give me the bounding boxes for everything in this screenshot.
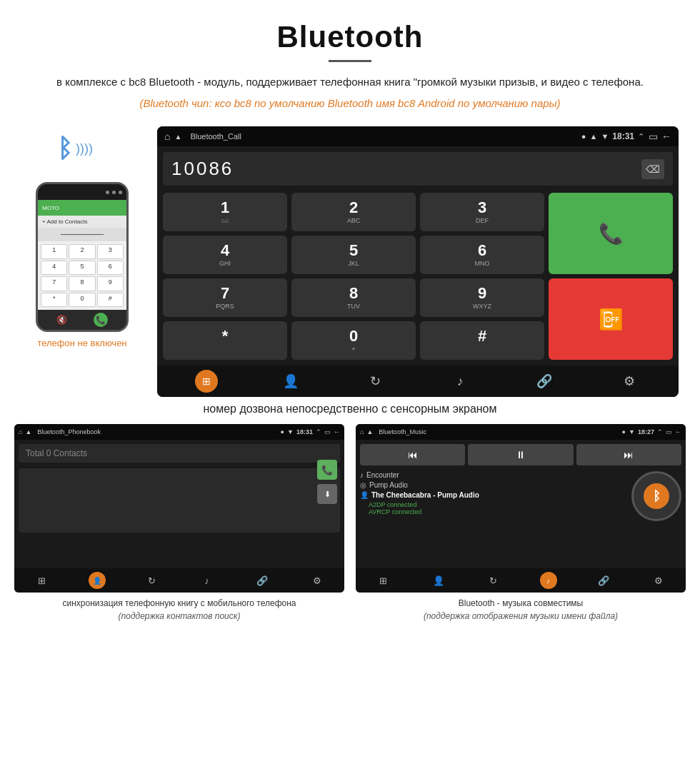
music-transport-controls: ⏮ ⏸ ⏭ <box>360 444 681 465</box>
pb-nav-music[interactable]: ♪ <box>199 572 216 589</box>
mu-nav-refresh[interactable]: ↻ <box>485 572 502 589</box>
pb-caption2: (поддержка контактов поиск) <box>119 611 241 621</box>
dialpad-statusbar: ⌂ ▲ Bluetooth_Call ● ▲ ▼ 18:31 ⌃ ▭ ← <box>157 126 679 146</box>
pb-caption1: синхронизация телефонную книгу с мобильн… <box>63 598 296 608</box>
pb-nav-contacts[interactable]: 👤 <box>89 572 106 589</box>
key-5[interactable]: 5 JKL <box>291 236 416 274</box>
phone-mockup: MOTO + Add to Contacts —————— 1 2 3 4 5 … <box>36 182 129 332</box>
mu-nav-settings[interactable]: ⚙ <box>650 572 667 589</box>
pb-nav-grid[interactable]: ⊞ <box>34 572 51 589</box>
nav-link-btn[interactable]: 🔗 <box>533 370 556 393</box>
phone-call-btn[interactable]: 📞 <box>94 313 108 327</box>
expand-icon: ⌃ <box>638 132 644 141</box>
red-call-button[interactable]: 📴 <box>549 278 673 360</box>
key-6[interactable]: 6 MNO <box>420 236 544 274</box>
nav-settings-btn[interactable]: ⚙ <box>618 370 641 393</box>
phone-key-4: 4 <box>41 261 67 276</box>
phone-key-6: 6 <box>97 261 124 276</box>
music-track-info: ♪ Encounter ◎ Pump Audio 👤 The Cheebacab… <box>360 471 681 521</box>
pb-nav-settings[interactable]: ⚙ <box>309 572 326 589</box>
mu-caption1: Bluetooth - музыка совместимы <box>459 598 583 608</box>
nav-dialer-btn[interactable]: ↻ <box>364 370 387 393</box>
key-7[interactable]: 7 PQRS <box>163 278 287 317</box>
android-screen-dialpad: ⌂ ▲ Bluetooth_Call ● ▲ ▼ 18:31 ⌃ ▭ ← <box>157 126 679 397</box>
phone-key-0: 0 <box>69 293 95 308</box>
pb-download-btn[interactable]: ⬇ <box>317 484 337 504</box>
phone-key-9: 9 <box>97 276 124 291</box>
phone-key-2: 2 <box>69 244 95 259</box>
music-caption: Bluetooth - музыка совместимы (поддержка… <box>356 597 686 623</box>
phone-add-contact: + Add to Contacts <box>38 216 126 228</box>
header-desc2: (Bluetooth чип: ксо bc8 по умолчанию Blu… <box>29 95 671 112</box>
bt-status-icon: ● <box>581 132 586 141</box>
phone-green-bar: MOTO <box>38 200 126 216</box>
phone-dialpad: 1 2 3 4 5 6 7 8 9 * 0 # <box>38 241 126 310</box>
status-right-icons: ● ▲ ▼ 18:31 ⌃ <box>581 131 644 141</box>
bluetooth-symbol: ᛒ <box>57 133 73 163</box>
key-2[interactable]: 2 ABC <box>291 193 416 231</box>
avrcp-status: AVRCP connected <box>360 508 626 515</box>
nav-window-icon: ▭ <box>649 131 658 142</box>
backspace-button[interactable]: ⌫ <box>641 159 664 179</box>
green-call-button[interactable]: 📞 <box>549 193 673 274</box>
mu-expand-icon: ⌃ <box>657 428 663 435</box>
key-hash[interactable]: # <box>420 321 544 360</box>
mu-nav-contacts[interactable]: 👤 <box>430 572 447 589</box>
mu-nav-music[interactable]: ♪ <box>540 572 557 589</box>
phonebook-statusbar: ⌂ ▲ Bluetooth_Phonebook ● ▼ 18:31 ⌃ ▭ ← <box>14 424 344 440</box>
pb-call-btn[interactable]: 📞 <box>317 460 337 480</box>
phonebook-screen: ⌂ ▲ Bluetooth_Phonebook ● ▼ 18:31 ⌃ ▭ ← … <box>14 424 344 593</box>
next-track-btn[interactable]: ⏭ <box>576 444 681 465</box>
key-8[interactable]: 8 TUV <box>291 278 416 317</box>
dialpad-content: 10086 ⌫ 1 ⌂⌂ 2 ABC 3 DEF <box>157 146 679 366</box>
phonebook-content: Total 0 Contacts 📞 ⬇ <box>14 440 344 568</box>
pb-expand-icon: ⌃ <box>316 428 321 435</box>
phonebook-caption: синхронизация телефонную книгу с мобильн… <box>14 597 344 623</box>
key-4[interactable]: 4 GHI <box>163 236 287 274</box>
pb-nav-refresh[interactable]: ↻ <box>144 572 161 589</box>
mu-nav-grid[interactable]: ⊞ <box>375 572 392 589</box>
nav-grid-btn[interactable]: ⊞ <box>195 370 218 393</box>
middle-caption: номер дозвона непосредственно с сенсорны… <box>0 403 700 415</box>
contacts-search-bar[interactable]: Total 0 Contacts <box>19 444 340 463</box>
bottom-section: ⌂ ▲ Bluetooth_Phonebook ● ▼ 18:31 ⌃ ▭ ← … <box>0 424 700 637</box>
key-star[interactable]: * <box>163 321 287 360</box>
main-screen-area: ⌂ ▲ Bluetooth_Call ● ▲ ▼ 18:31 ⌃ ▭ ← <box>157 126 679 397</box>
person-icon: 👤 <box>360 491 369 499</box>
track-3-row: 👤 The Cheebacabra - Pump Audio <box>360 491 626 499</box>
phone-key-7: 7 <box>41 276 67 291</box>
wifi-icon: ▲ <box>590 132 598 141</box>
nav-music-btn[interactable]: ♪ <box>449 370 471 393</box>
phone-key-5: 5 <box>69 261 95 276</box>
pb-time: 18:31 <box>296 428 313 435</box>
signal-waves-icon: )))) <box>76 141 93 156</box>
phone-key-star: * <box>41 293 67 308</box>
key-9[interactable]: 9 WXYZ <box>420 278 544 317</box>
track-2-title: Pump Audio <box>369 481 408 489</box>
music-statusbar: ⌂ ▲ Bluetooth_Music ● ▼ 18:27 ⌃ ▭ ← <box>356 424 686 440</box>
phone-dot-2 <box>112 191 116 194</box>
pb-signal-icon: ▲ <box>25 428 31 435</box>
key-3[interactable]: 3 DEF <box>420 193 544 231</box>
red-call-icon: 📴 <box>599 308 624 331</box>
phone-mute-icon: 🔇 <box>56 315 67 325</box>
pb-back-icon: ← <box>334 428 340 435</box>
vinyl-disc: ᛒ <box>631 471 681 521</box>
mu-home-icon: ⌂ <box>360 428 364 435</box>
mu-nav-link[interactable]: 🔗 <box>595 572 612 589</box>
page-title: Bluetooth <box>29 20 671 54</box>
header-desc1: в комплексе с bc8 Bluetooth - модуль, по… <box>43 74 657 91</box>
nav-contacts-btn[interactable]: 👤 <box>279 370 302 393</box>
phonebook-bottom-nav: ⊞ 👤 ↻ ♪ 🔗 ⚙ <box>14 568 344 593</box>
track-1-row: ♪ Encounter <box>360 471 626 479</box>
key-0[interactable]: 0 + <box>291 321 416 360</box>
nav-back-icon: ← <box>661 131 671 142</box>
signal-icon: ▲ <box>174 133 181 141</box>
pb-window-icon: ▭ <box>324 428 331 435</box>
play-pause-btn[interactable]: ⏸ <box>468 444 573 465</box>
pb-nav-link[interactable]: 🔗 <box>254 572 271 589</box>
pb-wifi-icon: ▼ <box>287 428 294 435</box>
key-1[interactable]: 1 ⌂⌂ <box>163 193 287 231</box>
phone-bottom-bar: 🔇 📞 <box>38 310 126 330</box>
prev-track-btn[interactable]: ⏮ <box>360 444 465 465</box>
